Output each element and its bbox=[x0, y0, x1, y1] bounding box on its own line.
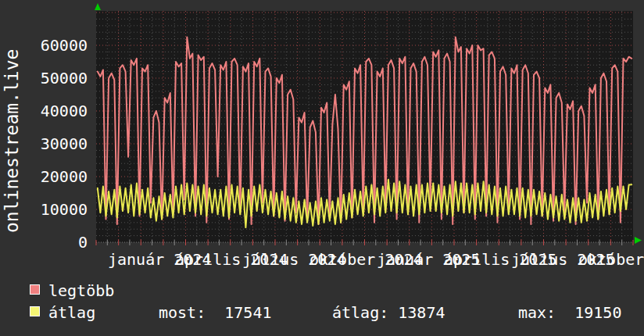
y-tick-label: 10000 bbox=[0, 202, 88, 217]
y-tick-label: 20000 bbox=[0, 169, 88, 184]
y-tick-label: 60000 bbox=[0, 38, 88, 53]
stat-max: max: 19150 bbox=[518, 305, 621, 320]
stat-most: most: 17541 bbox=[159, 305, 272, 320]
y-tick-label: 50000 bbox=[0, 70, 88, 86]
y-tick-label: 0 bbox=[0, 234, 88, 250]
y-tick-label: 40000 bbox=[0, 103, 88, 119]
x-axis-label: október 2025 bbox=[578, 251, 644, 268]
rrd-graph: onlinestream.live 0100002000030000400005… bbox=[0, 0, 644, 336]
stat-atlag: átlag: 13874 bbox=[332, 305, 445, 320]
legend-swatch-atlag-icon bbox=[30, 306, 40, 316]
y-tick-label: 30000 bbox=[0, 136, 88, 152]
y-axis-up-arrow-icon bbox=[95, 3, 101, 10]
x-axis-right-arrow-icon bbox=[635, 237, 642, 244]
legend-swatch-legtobb-icon bbox=[30, 284, 40, 295]
legend-label-legtobb: legtöbb bbox=[48, 283, 114, 298]
legend-label-atlag: átlag bbox=[48, 305, 95, 320]
